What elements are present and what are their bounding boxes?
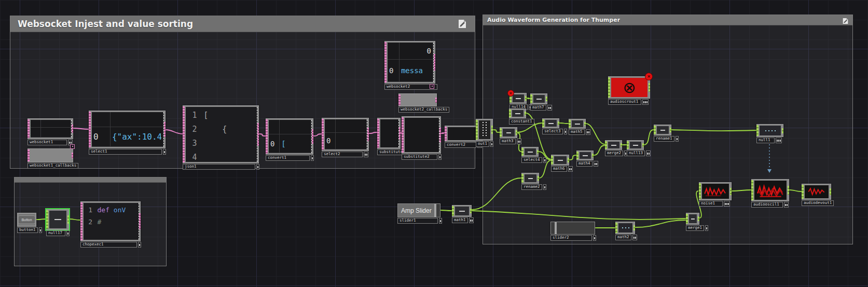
output-connector[interactable]	[525, 112, 526, 116]
node-rename2[interactable]: rename2	[521, 173, 539, 184]
node-flags[interactable]	[586, 129, 590, 135]
node-slider1[interactable]: Amp Sliderslider1	[397, 203, 440, 217]
node-flags[interactable]	[364, 152, 368, 157]
input-connector[interactable]	[384, 42, 387, 83]
input-connector[interactable]	[27, 119, 30, 138]
input-connector[interactable]	[699, 183, 701, 199]
input-connector[interactable]	[89, 112, 91, 147]
output-connector[interactable]	[312, 129, 313, 144]
slider-track[interactable]	[436, 204, 440, 217]
node-convert1[interactable]: 0[convert1	[266, 118, 313, 155]
node-flags[interactable]	[66, 230, 70, 236]
node-websocket2[interactable]: 00messawebsocket2	[384, 41, 435, 84]
input-connector[interactable]	[452, 206, 454, 216]
input-connector[interactable]	[398, 94, 401, 105]
node-flags[interactable]	[163, 149, 166, 155]
node-flags[interactable]	[593, 235, 596, 241]
node-select1[interactable]: 0{"ax":10.4select1	[89, 111, 166, 148]
edit-note-icon[interactable]	[843, 17, 848, 23]
node-flags[interactable]	[646, 151, 651, 156]
node-slider2[interactable]: slider2	[550, 222, 595, 235]
output-connector[interactable]	[164, 122, 166, 137]
node-websocket2_callbacks[interactable]: websocket2_callbacks	[398, 93, 437, 106]
output-connector[interactable]	[435, 98, 437, 103]
node-audiooscil1[interactable]: audiooscil1	[751, 179, 789, 201]
node-websocket1_callbacks[interactable]: websocket1_callbacks	[27, 148, 73, 162]
output-connector[interactable]	[72, 125, 73, 133]
comment-box-header[interactable]	[15, 177, 166, 183]
node-flags[interactable]	[517, 139, 521, 144]
output-connector[interactable]	[470, 209, 472, 213]
input-connector[interactable]	[569, 120, 571, 128]
node-math5[interactable]: math5	[569, 119, 586, 129]
node-flags[interactable]	[543, 184, 546, 190]
node-noise1[interactable]: noise1	[699, 182, 732, 200]
input-connector[interactable]	[509, 110, 511, 117]
output-connector[interactable]	[367, 128, 369, 141]
node-rename1[interactable]: rename1	[654, 125, 671, 135]
node-flags[interactable]	[568, 166, 573, 172]
output-connector[interactable]	[139, 213, 141, 229]
comment-box-header[interactable]: Audio Waveform Generation for Thumper	[483, 15, 852, 25]
output-connector[interactable]	[257, 123, 259, 146]
node-websocket1[interactable]: websocket1	[27, 118, 73, 139]
node-flags[interactable]	[642, 99, 649, 105]
output-connector[interactable]	[788, 186, 789, 195]
output-connector[interactable]	[439, 128, 441, 143]
output-connector[interactable]	[649, 83, 650, 92]
input-connector[interactable]	[476, 120, 478, 140]
node-flags[interactable]	[676, 136, 679, 142]
node-constant1[interactable]: constant1	[509, 108, 526, 118]
output-connector[interactable]	[670, 128, 671, 132]
input-connector[interactable]	[27, 149, 30, 161]
output-connector[interactable]	[525, 96, 527, 100]
input-connector[interactable]	[445, 127, 447, 141]
slider-track[interactable]	[551, 222, 555, 234]
slider-widget[interactable]: Amp Slider	[397, 203, 440, 217]
input-connector[interactable]	[521, 174, 523, 183]
input-connector[interactable]	[46, 210, 48, 229]
node-merge2[interactable]: merge2	[605, 140, 622, 150]
node-select2[interactable]: 0select2	[322, 118, 369, 151]
node-flags[interactable]	[594, 161, 598, 167]
comment-box-header[interactable]: Websocket Injest and value sorting	[10, 16, 475, 32]
node-flags[interactable]	[256, 164, 259, 170]
node-flags[interactable]	[39, 227, 42, 233]
node-math1[interactable]: math1	[452, 205, 472, 217]
input-connector[interactable]	[686, 214, 688, 224]
error-badge-icon[interactable]: ✕	[507, 90, 514, 97]
node-math2[interactable]: math2	[615, 222, 635, 234]
output-connector[interactable]	[730, 188, 732, 195]
input-connector[interactable]	[751, 180, 753, 200]
node-audioscrout1[interactable]: ⊗audioscrout1✕	[608, 76, 650, 99]
node-math7[interactable]: math7	[530, 93, 547, 104]
node-flags[interactable]	[564, 129, 567, 134]
input-connector[interactable]	[576, 152, 578, 159]
slider-track[interactable]	[557, 222, 595, 234]
input-connector[interactable]	[377, 119, 379, 148]
input-connector[interactable]	[183, 106, 185, 162]
node-flags[interactable]	[776, 138, 782, 143]
node-math4[interactable]: math4	[576, 151, 594, 160]
output-connector[interactable]	[621, 143, 622, 147]
node-merge1[interactable]: merge1	[686, 213, 699, 225]
input-connector[interactable]	[322, 119, 324, 150]
node-flags[interactable]	[547, 105, 552, 111]
node-math6[interactable]: math6	[551, 155, 569, 166]
output-connector[interactable]	[546, 97, 547, 101]
input-connector[interactable]	[402, 117, 404, 153]
input-connector[interactable]	[500, 128, 502, 137]
input-connector[interactable]	[521, 148, 523, 156]
node-flags[interactable]	[784, 202, 789, 208]
edit-note-icon[interactable]	[458, 19, 466, 29]
error-badge-icon[interactable]: ✕	[645, 73, 653, 80]
node-flags[interactable]	[138, 242, 141, 248]
node-flags[interactable]	[469, 217, 474, 223]
node-flags[interactable]	[438, 154, 442, 160]
output-connector[interactable]	[516, 130, 517, 134]
output-connector[interactable]	[584, 122, 586, 126]
output-connector[interactable]	[72, 153, 73, 158]
python-badge-icon[interactable]	[430, 84, 434, 89]
node-select3[interactable]: select3	[542, 118, 559, 128]
output-connector[interactable]	[782, 128, 783, 133]
